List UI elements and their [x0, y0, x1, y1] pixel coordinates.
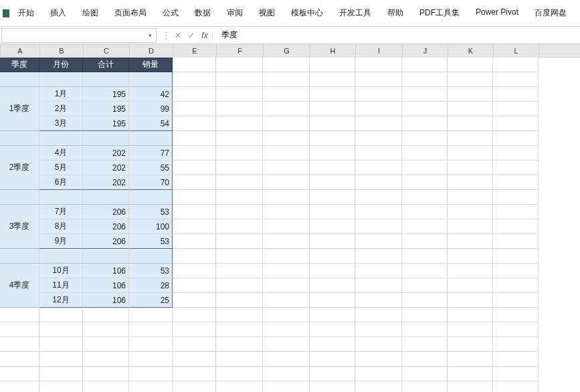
cell-empty[interactable]	[263, 58, 310, 72]
cell-empty[interactable]	[129, 322, 173, 337]
cell-empty[interactable]	[355, 116, 402, 131]
cell-empty[interactable]	[310, 190, 355, 205]
sales-cell[interactable]: 53	[129, 264, 173, 278]
cell-empty[interactable]	[402, 116, 448, 131]
cell-empty[interactable]	[493, 308, 539, 322]
col-header-D[interactable]: D	[130, 44, 173, 58]
cell-empty[interactable]	[355, 278, 402, 293]
cell-empty[interactable]	[173, 72, 216, 87]
blank-cell[interactable]	[83, 72, 129, 87]
cell-empty[interactable]	[310, 175, 355, 190]
cell-empty[interactable]	[173, 293, 216, 308]
blank-cell[interactable]	[39, 249, 83, 264]
spreadsheet-grid[interactable]: 季度月份合计销量1季度1月195422月195993月195542季度4月202…	[0, 58, 539, 392]
cell-empty[interactable]	[355, 131, 402, 146]
chevron-down-icon[interactable]: ▾	[149, 32, 152, 39]
quarter-label[interactable]: 4季度	[0, 264, 39, 308]
blank-cell[interactable]	[0, 249, 39, 264]
cell-empty[interactable]	[448, 293, 493, 308]
cell-empty[interactable]	[216, 205, 263, 219]
cell-empty[interactable]	[216, 264, 263, 278]
cell-empty[interactable]	[402, 219, 448, 234]
blank-cell[interactable]	[0, 72, 39, 87]
cell-empty[interactable]	[173, 58, 216, 72]
sales-cell[interactable]: 53	[129, 234, 173, 249]
cell-empty[interactable]	[216, 322, 263, 337]
cell-empty[interactable]	[402, 58, 448, 72]
formula-cancel-button[interactable]: ✕	[171, 29, 185, 42]
sales-cell[interactable]: 54	[129, 116, 173, 131]
sales-cell[interactable]: 70	[129, 175, 173, 190]
cell-empty[interactable]	[310, 72, 355, 87]
cell-empty[interactable]	[216, 381, 263, 392]
cell-empty[interactable]	[448, 234, 493, 249]
cell-empty[interactable]	[402, 278, 448, 293]
cell-empty[interactable]	[448, 205, 493, 219]
month-cell[interactable]: 10月	[39, 264, 83, 278]
sales-cell[interactable]: 55	[129, 161, 173, 175]
quarter-label[interactable]: 2季度	[0, 146, 39, 190]
month-cell[interactable]: 9月	[39, 234, 83, 249]
cell-empty[interactable]	[39, 308, 83, 322]
cell-empty[interactable]	[448, 308, 493, 322]
cell-empty[interactable]	[493, 72, 539, 87]
ribbon-tab-9[interactable]: 开发工具	[331, 3, 379, 23]
sales-cell[interactable]: 77	[129, 146, 173, 161]
month-cell[interactable]: 11月	[39, 278, 83, 293]
blank-cell[interactable]	[39, 72, 83, 87]
cell-empty[interactable]	[493, 102, 539, 116]
cell-empty[interactable]	[216, 293, 263, 308]
cell-empty[interactable]	[355, 219, 402, 234]
cell-empty[interactable]	[263, 264, 310, 278]
cell-empty[interactable]	[355, 146, 402, 161]
cell-empty[interactable]	[39, 322, 83, 337]
cell-empty[interactable]	[448, 161, 493, 175]
cell-empty[interactable]	[216, 161, 263, 175]
cell-empty[interactable]	[493, 234, 539, 249]
month-cell[interactable]: 5月	[39, 161, 83, 175]
total-cell[interactable]: 206	[83, 219, 129, 234]
formula-confirm-button[interactable]: ✓	[185, 29, 198, 42]
cell-empty[interactable]	[310, 322, 355, 337]
ribbon-tab-5[interactable]: 数据	[187, 3, 219, 23]
cell-empty[interactable]	[402, 293, 448, 308]
col-header-G[interactable]: G	[264, 44, 310, 58]
blank-cell[interactable]	[39, 131, 83, 146]
ribbon-tab-13[interactable]: 百度网盘	[526, 3, 575, 23]
cell-empty[interactable]	[310, 249, 355, 264]
cell-empty[interactable]	[402, 352, 448, 367]
month-cell[interactable]: 4月	[39, 146, 83, 161]
cell-empty[interactable]	[173, 205, 216, 219]
cell-empty[interactable]	[493, 175, 539, 190]
sales-cell[interactable]: 99	[129, 102, 173, 116]
total-cell[interactable]: 106	[83, 293, 129, 308]
total-cell[interactable]: 106	[83, 278, 129, 293]
cell-empty[interactable]	[448, 219, 493, 234]
blank-cell[interactable]	[129, 131, 173, 146]
cell-empty[interactable]	[355, 337, 402, 352]
ribbon-tab-file[interactable]	[3, 9, 9, 17]
cell-empty[interactable]	[402, 72, 448, 87]
cell-empty[interactable]	[216, 367, 263, 381]
cell-empty[interactable]	[173, 249, 216, 264]
ribbon-tab-7[interactable]: 视图	[251, 3, 283, 23]
cell-empty[interactable]	[310, 58, 355, 72]
cell-empty[interactable]	[0, 337, 39, 352]
cell-empty[interactable]	[493, 293, 539, 308]
sales-cell[interactable]: 42	[129, 87, 173, 102]
cell-empty[interactable]	[263, 308, 310, 322]
col-header-I[interactable]: I	[356, 44, 403, 58]
cell-empty[interactable]	[263, 72, 310, 87]
cell-empty[interactable]	[448, 72, 493, 87]
total-cell[interactable]: 202	[83, 175, 129, 190]
cell-empty[interactable]	[263, 322, 310, 337]
total-cell[interactable]: 106	[83, 264, 129, 278]
cell-empty[interactable]	[129, 308, 173, 322]
cell-empty[interactable]	[216, 102, 263, 116]
cell-empty[interactable]	[0, 381, 39, 392]
cell-empty[interactable]	[173, 308, 216, 322]
cell-empty[interactable]	[310, 293, 355, 308]
blank-cell[interactable]	[39, 190, 83, 205]
cell-empty[interactable]	[448, 337, 493, 352]
ribbon-tab-8[interactable]: 模板中心	[283, 3, 331, 23]
